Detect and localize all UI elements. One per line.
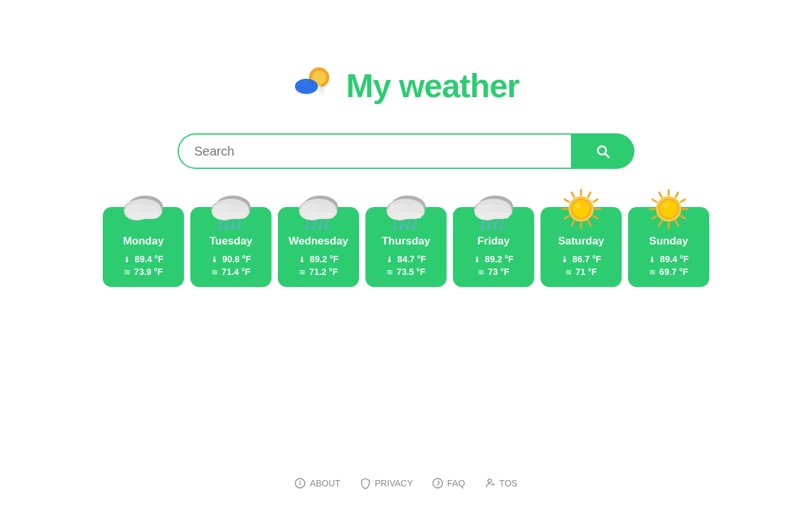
weather-card[interactable]: Tuesday 🌡 90.8 °F ≋ 71.4 °F (190, 207, 272, 287)
svg-line-107 (681, 199, 685, 202)
thermometer-icon: 🌡 (123, 255, 131, 264)
svg-point-47 (325, 227, 328, 230)
high-temp-row: 🌡 89.4 °F (123, 254, 163, 264)
svg-line-103 (652, 199, 657, 202)
weather-icon (540, 187, 622, 231)
svg-point-29 (225, 227, 228, 230)
low-temp: 71.4 °F (221, 267, 250, 277)
svg-line-104 (659, 192, 662, 197)
svg-point-94 (572, 200, 590, 218)
svg-line-101 (652, 216, 657, 218)
high-temp: 89.2 °F (310, 254, 338, 264)
weather-icon (365, 187, 447, 231)
footer-faq-label: FAQ (447, 478, 465, 488)
thermometer-icon: 🌡 (298, 255, 306, 264)
svg-line-97 (681, 216, 685, 218)
thermometer-icon: 🌡 (648, 255, 657, 264)
svg-line-90 (588, 192, 591, 197)
high-temp-row: 🌡 89.2 °F (298, 254, 338, 264)
high-temp: 89.2 °F (485, 254, 513, 264)
svg-point-79 (500, 227, 503, 230)
svg-point-28 (218, 227, 221, 230)
footer-faq[interactable]: FAQ (432, 478, 465, 489)
high-temp-row: 🌡 89.2 °F (473, 254, 513, 264)
svg-line-57 (401, 220, 403, 227)
svg-point-77 (487, 227, 490, 230)
search-bar (178, 133, 634, 169)
svg-line-91 (593, 199, 598, 202)
weather-icon (190, 187, 272, 231)
low-temp-row: ≋ 71.2 °F (299, 267, 337, 277)
weather-card[interactable]: Friday 🌡 89.2 °F ≋ 73 °F (453, 207, 534, 287)
low-temp: 71.2 °F (309, 267, 337, 277)
svg-point-76 (481, 227, 484, 230)
wind-icon: ≋ (386, 267, 393, 277)
svg-line-73 (488, 220, 490, 227)
weather-card[interactable]: Monday 🌡 89.4 °F ≋ 73.9 °F (103, 207, 184, 287)
weather-card[interactable]: Sunday 🌡 89.4 °F ≋ 69.7 °F (628, 207, 709, 287)
app-logo (292, 64, 337, 108)
weather-icon (453, 187, 534, 231)
search-button[interactable] (571, 133, 634, 169)
svg-point-62 (406, 227, 409, 230)
day-name: Thursday (382, 235, 431, 248)
wind-icon: ≋ (124, 267, 131, 277)
day-name: Sunday (649, 235, 688, 248)
svg-point-31 (237, 227, 240, 230)
wind-icon: ≋ (299, 267, 306, 277)
svg-line-74 (495, 220, 497, 227)
high-temp: 84.7 °F (397, 254, 426, 264)
weather-card[interactable]: Thursday 🌡 84.7 °F ≋ 73.5 °F (365, 207, 447, 287)
svg-line-87 (565, 199, 569, 202)
day-name: Friday (477, 235, 509, 248)
weather-cards: Monday 🌡 89.4 °F ≋ 73.9 °F (103, 207, 709, 287)
svg-point-110 (660, 200, 678, 218)
footer-privacy-label: PRIVACY (375, 478, 413, 488)
svg-line-27 (239, 220, 240, 227)
svg-point-78 (494, 227, 497, 230)
thermometer-icon: 🌡 (473, 255, 481, 264)
svg-line-82 (588, 221, 591, 225)
weather-card[interactable]: Wednesday 🌡 89.2 °F ≋ 71.2 °F (278, 207, 359, 287)
low-temp-row: ≋ 71 °F (565, 267, 597, 277)
svg-point-30 (231, 227, 234, 230)
svg-line-41 (313, 220, 315, 227)
footer-tos-label: TOS (499, 478, 518, 488)
svg-point-61 (400, 227, 403, 230)
svg-line-85 (565, 216, 569, 218)
wind-icon: ≋ (565, 267, 572, 277)
svg-point-60 (393, 227, 396, 230)
svg-line-24 (219, 220, 221, 227)
low-temp-row: ≋ 73.5 °F (386, 267, 425, 277)
footer-tos[interactable]: TOS (484, 478, 518, 489)
search-input[interactable] (178, 133, 571, 169)
app-title: My weather (346, 67, 519, 105)
wind-icon: ≋ (478, 267, 485, 277)
footer-privacy[interactable]: PRIVACY (360, 478, 413, 489)
svg-line-25 (226, 220, 228, 227)
high-temp: 86.7 °F (572, 254, 601, 264)
weather-card[interactable]: Saturday 🌡 86.7 °F ≋ 71 °F (540, 207, 622, 287)
low-temp: 73 °F (488, 267, 509, 277)
low-temp: 69.7 °F (659, 267, 688, 277)
high-temp-row: 🌡 84.7 °F (386, 254, 426, 264)
svg-line-98 (676, 221, 678, 225)
day-name: Tuesday (209, 235, 252, 248)
svg-line-40 (307, 220, 309, 227)
high-temp-row: 🌡 86.7 °F (561, 254, 601, 264)
footer: ABOUT PRIVACY FAQ TOS (294, 452, 517, 508)
day-name: Wednesday (289, 235, 348, 248)
svg-line-26 (232, 220, 234, 227)
low-temp: 73.5 °F (396, 267, 425, 277)
svg-line-59 (414, 220, 416, 227)
svg-point-115 (433, 479, 443, 488)
svg-point-63 (412, 227, 416, 230)
high-temp-row: 🌡 90.8 °F (211, 254, 251, 264)
high-temp: 89.4 °F (134, 254, 163, 264)
svg-line-42 (320, 220, 322, 227)
footer-about[interactable]: ABOUT (294, 478, 340, 489)
svg-rect-15 (128, 212, 159, 218)
low-temp: 73.9 °F (134, 267, 162, 277)
svg-rect-39 (303, 212, 334, 218)
weather-icon (628, 187, 709, 231)
